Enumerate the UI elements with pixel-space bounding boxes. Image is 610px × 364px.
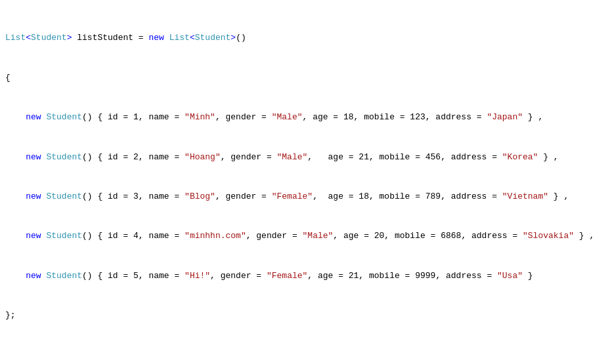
code-line-2: { bbox=[0, 71, 610, 85]
code-editor: List<Student> listStudent = new List<Stu… bbox=[0, 0, 610, 364]
code-line-6: new Student() { id = 4, name = "minhhn.c… bbox=[0, 230, 610, 243]
code-line-5: new Student() { id = 3, name = "Blog", g… bbox=[0, 190, 610, 203]
code-line-4: new Student() { id = 2, name = "Hoang", … bbox=[0, 151, 610, 164]
code-line-9 bbox=[0, 349, 610, 362]
code-line-3: new Student() { id = 1, name = "Minh", g… bbox=[0, 111, 610, 124]
code-line-1: List<Student> listStudent = new List<Stu… bbox=[0, 31, 610, 45]
code-line-7: new Student() { id = 5, name = "Hi!", ge… bbox=[0, 270, 610, 283]
code-line-8: }; bbox=[0, 309, 610, 322]
